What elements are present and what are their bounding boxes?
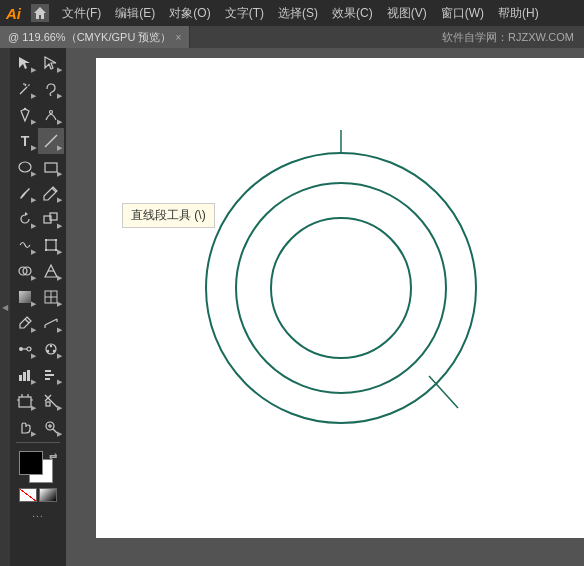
menu-edit[interactable]: 编辑(E) [108,0,162,26]
gradient-color-box[interactable] [39,488,57,502]
free-transform-tool[interactable]: ▶ [38,232,64,258]
scale-tool[interactable]: ▶ [38,206,64,232]
menu-help[interactable]: 帮助(H) [491,0,546,26]
color-mode-row [19,488,57,502]
tool-arrow-indicator: ▶ [31,196,36,204]
pencil-tool[interactable]: ▶ [38,180,64,206]
more-tools-button[interactable]: ... [32,508,43,519]
line-segment-tool[interactable]: ▶ [38,128,64,154]
tool-arrow-indicator: ▶ [57,144,62,152]
svg-line-3 [20,87,27,94]
tool-row-10: ▶ ▶ [10,284,66,310]
blend-tool[interactable]: ▶ [12,336,38,362]
zoom-tool[interactable]: ▶ [38,414,64,440]
eyedropper-tool[interactable]: ▶ [12,310,38,336]
menu-view[interactable]: 视图(V) [380,0,434,26]
toolbar-collapse-arrow[interactable]: ◀ [0,48,10,566]
symbol-tool[interactable]: ▶ [38,336,64,362]
tool-arrow-indicator: ▶ [31,404,36,412]
text-tool[interactable]: T ▶ [12,128,38,154]
rectangle-tool[interactable]: ▶ [38,154,64,180]
svg-point-7 [24,108,26,110]
svg-rect-45 [45,378,50,380]
tool-row-9: ▶ ▶ [10,258,66,284]
shape-builder-tool[interactable]: ▶ [12,258,38,284]
home-icon[interactable] [31,4,49,22]
swap-colors-icon[interactable]: ⇄ [49,451,57,485]
svg-rect-40 [19,375,22,381]
menu-window[interactable]: 窗口(W) [434,0,491,26]
tool-arrow-indicator: ▶ [57,170,62,178]
artboard-tool[interactable]: ▶ [12,388,38,414]
tool-arrow-indicator: ▶ [57,196,62,204]
svg-line-51 [45,395,57,407]
slice-tool[interactable]: ▶ [38,388,64,414]
svg-point-59 [236,183,446,393]
menu-effect[interactable]: 效果(C) [325,0,380,26]
tab-close-button[interactable]: × [175,32,181,43]
svg-rect-41 [23,372,26,381]
tool-arrow-indicator: ▶ [31,118,36,126]
svg-marker-13 [25,212,28,216]
tool-row-5: ▶ ▶ [10,154,66,180]
menu-object[interactable]: 对象(O) [162,0,217,26]
svg-point-10 [19,162,31,172]
svg-rect-53 [46,402,50,406]
lasso-tool[interactable]: ▶ [38,76,64,102]
hand-tool[interactable]: ▶ [12,414,38,440]
direct-select-tool[interactable]: ▶ [38,50,64,76]
svg-rect-18 [55,239,57,241]
ellipse-tool[interactable]: ▶ [12,154,38,180]
magic-wand-tool[interactable]: ▶ [12,76,38,102]
tool-arrow-indicator: ▶ [31,378,36,386]
svg-rect-17 [45,239,47,241]
svg-point-8 [50,111,53,114]
svg-marker-2 [45,57,56,69]
color-boxes: ↩ ⇄ [19,451,57,485]
svg-rect-16 [46,240,56,250]
tab-site-info: 软件自学网：RJZXW.COM [190,30,584,45]
paintbrush-tool[interactable]: ▶ [12,180,38,206]
tool-row-13: ▶ ▶ [10,362,66,388]
column-graph-tool[interactable]: ▶ [12,362,38,388]
document-canvas[interactable] [96,58,584,538]
canvas-area[interactable]: 直线段工具 (\) [66,48,584,566]
document-tab[interactable]: @ 119.66%（CMYK/GPU 预览） × [0,26,190,48]
foreground-color-box[interactable] [19,451,43,475]
no-color-box[interactable] [19,488,37,502]
gradient-tool[interactable]: ▶ [12,284,38,310]
perspective-grid-tool[interactable]: ▶ [38,258,64,284]
tool-arrow-indicator: ▶ [31,300,36,308]
tool-row-15: ▶ ▶ [10,414,66,440]
tool-arrow-indicator: ▶ [31,352,36,360]
mesh-tool[interactable]: ▶ [38,284,64,310]
chevron-left-icon: ◀ [2,303,8,312]
pen-tool[interactable]: ▶ [12,102,38,128]
svg-line-29 [25,319,29,323]
tool-arrow-indicator: ▶ [31,66,36,74]
tool-row-3: ▶ ▶ [10,102,66,128]
svg-marker-0 [34,7,46,19]
left-toolbar: ▶ ▶ ▶ ▶ [10,48,66,566]
tool-arrow-indicator: ▶ [57,352,62,360]
menu-text[interactable]: 文字(T) [218,0,271,26]
tool-arrow-indicator: ▶ [57,300,62,308]
arrow-select-tool[interactable]: ▶ [12,50,38,76]
rotate-tool[interactable]: ▶ [12,206,38,232]
tab-label: @ 119.66%（CMYK/GPU 预览） [8,30,171,45]
tool-arrow-indicator: ▶ [31,430,36,438]
tool-row-11: ▶ ▶ [10,310,66,336]
svg-point-60 [271,218,411,358]
color-section: ↩ ⇄ [19,447,57,504]
tool-arrow-indicator: ▶ [31,144,36,152]
menu-file[interactable]: 文件(F) [55,0,108,26]
svg-rect-11 [45,163,57,172]
bar-chart-tool[interactable]: ▶ [38,362,64,388]
curvature-tool[interactable]: ▶ [38,102,64,128]
menu-select[interactable]: 选择(S) [271,0,325,26]
warp-tool[interactable]: ▶ [12,232,38,258]
measure-tool[interactable]: ▶ [38,310,64,336]
tool-arrow-indicator: ▶ [57,222,62,230]
tool-arrow-indicator: ▶ [31,222,36,230]
svg-point-39 [53,350,55,352]
